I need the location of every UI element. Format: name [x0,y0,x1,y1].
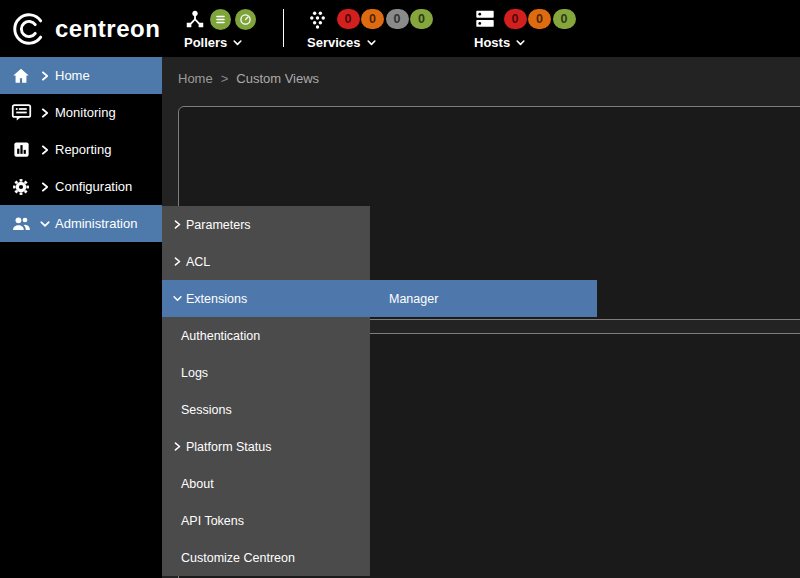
pollers-icon [184,8,206,30]
hosts-menu[interactable]: 0 0 0 Hosts [474,7,576,50]
sidebar-item-label: Configuration [55,179,132,194]
submenu-item-label: Sessions [181,403,232,417]
hosts-up-badge[interactable]: 0 [553,9,576,29]
submenu-item-label: Extensions [186,292,247,306]
chevron-right-icon [168,219,186,230]
chevron-right-icon [168,256,186,267]
submenu-item-sessions[interactable]: Sessions [162,391,370,428]
reporting-icon [10,139,32,161]
submenu-item-label: Parameters [186,218,251,232]
sidebar-item-label: Monitoring [55,105,116,120]
submenu-item-customize-centreon[interactable]: Customize Centreon [162,539,370,576]
sidebar-item-label: Reporting [55,142,111,157]
services-unknown-badge[interactable]: 0 [386,9,409,29]
administration-people-icon [10,213,32,235]
submenu-item-label: Authentication [181,329,260,343]
pollers-menu[interactable]: Pollers [184,7,256,50]
latency-gauge-icon [239,13,252,26]
pollers-label: Pollers [184,35,227,50]
chevron-down-icon [366,39,377,47]
submenu-item-label: Customize Centreon [181,551,295,565]
submenu-item-label: Platform Status [186,440,271,454]
brand-home-link[interactable]: centreon [10,0,160,57]
chevron-right-icon [168,441,186,452]
submenu-item-about[interactable]: About [162,465,370,502]
breadcrumb-current-page[interactable]: Custom Views [236,71,319,86]
services-critical-badge[interactable]: 0 [337,9,360,29]
centreon-logo-icon [10,10,48,48]
hosts-icon [474,8,496,30]
submenu-item-platform-status[interactable]: Platform Status [162,428,370,465]
hosts-down-badge[interactable]: 0 [504,9,527,29]
sidebar-item-administration[interactable]: Administration [0,205,162,242]
sidebar-item-label: Home [55,68,90,83]
chevron-down-icon [38,219,52,229]
chevron-down-icon [168,294,186,303]
sidebar: Home Monitoring [0,57,162,578]
home-icon [10,65,32,87]
submenu-item-parameters[interactable]: Parameters [162,206,370,243]
chevron-right-icon [38,70,52,82]
topbar: centreon [0,0,800,57]
submenu-item-logs[interactable]: Logs [162,354,370,391]
sidebar-item-label: Administration [55,216,137,231]
sidebar-item-monitoring[interactable]: Monitoring [0,94,162,131]
gear-icon [10,176,32,198]
submenu-flyout-item-manager[interactable]: Manager [370,280,597,317]
chevron-down-icon [515,39,526,47]
services-menu[interactable]: 0 0 0 0 Services [307,7,433,50]
breadcrumb-home-link[interactable]: Home [178,71,213,86]
submenu-item-label: ACL [186,255,210,269]
sidebar-item-home[interactable]: Home [0,57,162,94]
chevron-right-icon [38,107,52,119]
submenu-item-api-tokens[interactable]: API Tokens [162,502,370,539]
centreon-app: centreon [0,0,800,578]
sidebar-item-reporting[interactable]: Reporting [0,131,162,168]
chevron-right-icon [38,181,52,193]
breadcrumb: Home > Custom Views [178,71,319,86]
poller-latency-status-badge[interactable] [235,9,256,30]
administration-submenu: Parameters ACL Extensions Authentication… [162,206,370,576]
submenu-item-acl[interactable]: ACL [162,243,370,280]
poller-list-icon [214,13,227,26]
chevron-right-icon [38,144,52,156]
poller-list-status-badge[interactable] [210,9,231,30]
submenu-item-label: Logs [181,366,208,380]
submenu-item-authentication[interactable]: Authentication [162,317,370,354]
submenu-item-extensions[interactable]: Extensions [162,280,370,317]
flyout-item-label: Manager [389,292,438,306]
sidebar-item-configuration[interactable]: Configuration [0,168,162,205]
breadcrumb-separator: > [221,71,229,86]
services-icon [307,9,328,30]
topbar-divider [283,9,284,47]
services-warning-badge[interactable]: 0 [361,9,384,29]
services-ok-badge[interactable]: 0 [410,9,433,29]
monitoring-icon [10,102,32,124]
services-label: Services [307,35,361,50]
brand-name: centreon [55,15,160,43]
hosts-unreachable-badge[interactable]: 0 [528,9,551,29]
chevron-down-icon [232,39,243,47]
submenu-item-label: API Tokens [181,514,244,528]
submenu-item-label: About [181,477,214,491]
hosts-label: Hosts [474,35,510,50]
